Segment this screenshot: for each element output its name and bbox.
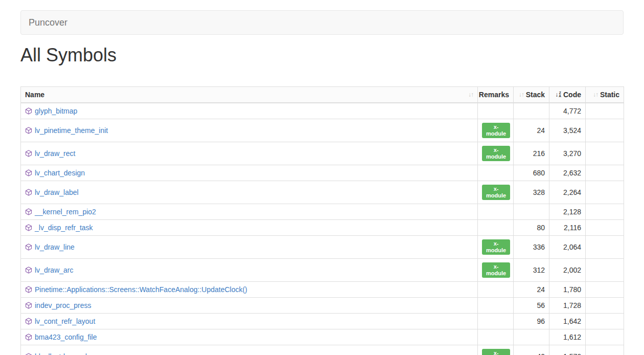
column-header-name[interactable]: Name ↓↑ <box>21 87 478 103</box>
symbol-row: __kernel_rem_pio2 2,128 <box>21 204 624 220</box>
sort-both-icon[interactable]: ↓↑ <box>593 91 598 99</box>
symbol-link[interactable]: lv_draw_label <box>35 188 79 196</box>
static-cell <box>586 165 624 181</box>
symbol-row: Pinetime::Applications::Screens::WatchFa… <box>21 282 624 298</box>
cube-icon <box>25 150 32 157</box>
column-header-static[interactable]: ↓↑ Static <box>586 87 624 103</box>
sort-both-icon[interactable]: ↓↑ <box>519 91 524 99</box>
code-cell: 2,064 <box>549 236 586 259</box>
symbol-row: lv_pinetime_theme_init x-module 24 3,524 <box>21 119 624 142</box>
stack-cell: 24 <box>514 282 549 298</box>
code-column-label: Code <box>563 91 581 99</box>
code-cell: 2,264 <box>549 181 586 204</box>
cube-icon <box>25 189 32 196</box>
symbol-name-cell: lv_draw_label <box>21 181 478 204</box>
static-cell <box>586 259 624 282</box>
symbol-name-cell: ble_ll_ctrl_rx_pdu <box>21 345 478 355</box>
code-cell: 2,128 <box>549 204 586 220</box>
cube-icon <box>25 353 32 355</box>
symbol-remarks-cell <box>478 282 514 298</box>
symbol-remarks-cell <box>478 103 514 119</box>
symbol-remarks-cell <box>478 314 514 329</box>
symbol-row: lv_cont_refr_layout 96 1,642 <box>21 314 624 329</box>
remarks-column-label: Remarks <box>479 91 509 99</box>
symbol-name-cell: lv_draw_arc <box>21 259 478 282</box>
static-cell <box>586 119 624 142</box>
symbol-remarks-cell: x-module <box>478 345 514 355</box>
stack-cell: 96 <box>514 314 549 329</box>
cube-icon <box>25 243 32 251</box>
symbol-name-cell: lv_cont_refr_layout <box>21 314 478 329</box>
page-title: All Symbols <box>20 45 624 65</box>
symbol-row: indev_proc_press 56 1,728 <box>21 298 624 314</box>
code-cell: 3,270 <box>549 142 586 165</box>
stack-cell: 312 <box>514 259 549 282</box>
sort-desc-icon[interactable]: ↓ Z A <box>555 91 561 99</box>
symbol-name-cell: lv_pinetime_theme_init <box>21 119 478 142</box>
stack-column-label: Stack <box>526 91 545 99</box>
symbol-name-cell: lv_draw_line <box>21 236 478 259</box>
cube-icon <box>25 334 32 341</box>
symbol-row: bma423_config_file 1,612 <box>21 329 624 345</box>
code-cell: 1,780 <box>549 282 586 298</box>
symbol-link[interactable]: _lv_disp_refr_task <box>35 224 93 232</box>
symbol-remarks-cell: x-module <box>478 236 514 259</box>
symbol-row: lv_draw_rect x-module 216 3,270 <box>21 142 624 165</box>
static-cell <box>586 236 624 259</box>
stack-cell: 80 <box>514 220 549 236</box>
symbol-link[interactable]: Pinetime::Applications::Screens::WatchFa… <box>35 285 247 294</box>
code-cell: 1,642 <box>549 314 586 329</box>
symbol-remarks-cell: x-module <box>478 119 514 142</box>
symbol-link[interactable]: lv_chart_design <box>35 169 85 177</box>
symbol-row: _lv_disp_refr_task 80 2,116 <box>21 220 624 236</box>
code-cell: 3,524 <box>549 119 586 142</box>
column-header-stack[interactable]: ↓↑ Stack <box>514 87 549 103</box>
code-cell: 2,632 <box>549 165 586 181</box>
symbol-link[interactable]: ble_ll_ctrl_rx_pdu <box>35 352 91 355</box>
stack-cell: 328 <box>514 181 549 204</box>
cube-icon <box>25 224 32 231</box>
symbol-remarks-cell: x-module <box>478 142 514 165</box>
symbol-link[interactable]: bma423_config_file <box>35 333 97 341</box>
symbol-link[interactable]: lv_draw_arc <box>35 266 73 274</box>
symbol-remarks-cell <box>478 220 514 236</box>
symbol-link[interactable]: indev_proc_press <box>35 301 91 309</box>
symbol-row: glyph_bitmap 4,772 <box>21 103 624 119</box>
stack-cell <box>514 329 549 345</box>
code-cell: 4,772 <box>549 103 586 119</box>
column-header-remarks[interactable]: Remarks <box>478 87 514 103</box>
table-header-row: Name ↓↑ Remarks ↓↑ Stack <box>21 87 624 103</box>
static-cell <box>586 345 624 355</box>
remark-badge: x-module <box>482 239 510 255</box>
remark-badge: x-module <box>482 349 510 355</box>
symbol-link[interactable]: lv_cont_refr_layout <box>35 317 95 325</box>
symbol-name-cell: __kernel_rem_pio2 <box>21 204 478 220</box>
symbol-row: lv_chart_design 680 2,632 <box>21 165 624 181</box>
static-column-label: Static <box>600 91 619 99</box>
static-cell <box>586 329 624 345</box>
stack-cell <box>514 103 549 119</box>
symbol-link[interactable]: lv_draw_rect <box>35 149 75 158</box>
sort-both-icon[interactable]: ↓↑ <box>468 91 473 99</box>
symbol-remarks-cell <box>478 298 514 314</box>
code-cell: 1,728 <box>549 298 586 314</box>
static-cell <box>586 142 624 165</box>
symbol-link[interactable]: glyph_bitmap <box>35 107 77 115</box>
symbol-row: lv_draw_label x-module 328 2,264 <box>21 181 624 204</box>
static-cell <box>586 181 624 204</box>
static-cell <box>586 220 624 236</box>
symbol-remarks-cell <box>478 165 514 181</box>
code-cell: 2,116 <box>549 220 586 236</box>
navbar-brand[interactable]: Puncover <box>21 11 75 34</box>
static-cell <box>586 298 624 314</box>
cube-icon <box>25 208 32 215</box>
symbol-link[interactable]: lv_draw_line <box>35 243 75 251</box>
stack-cell <box>514 204 549 220</box>
column-header-code[interactable]: ↓ Z A Code <box>549 87 586 103</box>
stack-cell: 216 <box>514 142 549 165</box>
symbol-name-cell: lv_draw_rect <box>21 142 478 165</box>
symbol-remarks-cell: x-module <box>478 259 514 282</box>
symbol-link[interactable]: __kernel_rem_pio2 <box>35 208 96 216</box>
symbol-link[interactable]: lv_pinetime_theme_init <box>35 126 108 135</box>
cube-icon <box>25 318 32 325</box>
